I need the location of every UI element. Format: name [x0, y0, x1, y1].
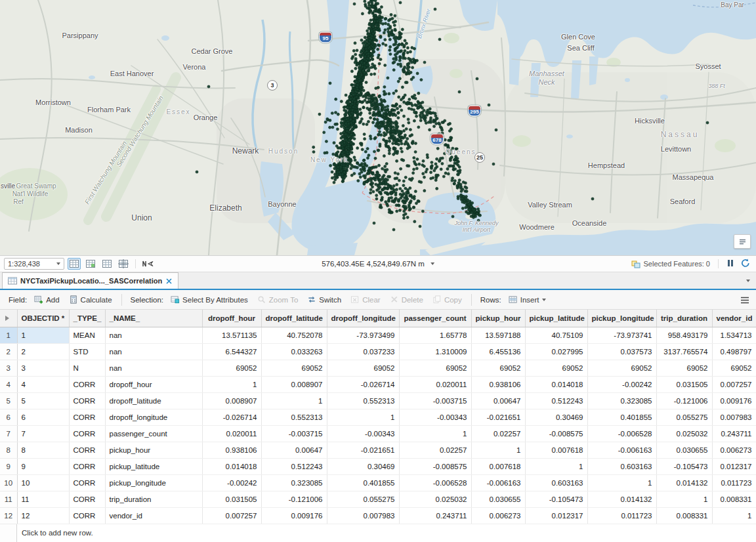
- table-cell[interactable]: 0.243711: [712, 425, 756, 442]
- table-cell[interactable]: 1: [399, 425, 471, 442]
- table-cell[interactable]: 69052: [202, 360, 261, 376]
- table-cell[interactable]: 0.603163: [525, 474, 587, 491]
- table-cell[interactable]: 0.027995: [525, 343, 587, 360]
- table-cell[interactable]: 0.938106: [471, 376, 525, 392]
- table-cell[interactable]: 0.025032: [656, 425, 712, 442]
- table-cell[interactable]: CORR: [69, 491, 105, 507]
- column-header[interactable]: _TYPE_: [69, 310, 105, 327]
- column-header[interactable]: pickup_latitude: [525, 310, 587, 327]
- table-cell[interactable]: 69052: [327, 360, 399, 376]
- table-cell[interactable]: CORR: [69, 376, 105, 392]
- table-cell[interactable]: 0.30469: [525, 409, 587, 425]
- row-selector[interactable]: 11: [0, 491, 17, 507]
- table-cell[interactable]: -0.105473: [525, 491, 587, 507]
- toolbar-button-calculate[interactable]: Calculate: [65, 293, 116, 306]
- row-selector[interactable]: 8: [0, 442, 17, 458]
- table-cell[interactable]: -73.973741: [587, 327, 656, 343]
- table-cell[interactable]: 0.603163: [587, 458, 656, 474]
- table-cell[interactable]: -0.026714: [327, 376, 399, 392]
- table-cell[interactable]: -0.121006: [656, 392, 712, 409]
- table-cell[interactable]: 958.493179: [656, 327, 712, 343]
- row-selector[interactable]: 4: [0, 376, 17, 392]
- table-cell[interactable]: -0.021651: [327, 442, 399, 458]
- table-cell[interactable]: 0.012317: [525, 507, 587, 524]
- table-cell[interactable]: 0.401855: [587, 409, 656, 425]
- table-cell[interactable]: 0.008907: [261, 376, 327, 392]
- column-header[interactable]: dropoff_latitude: [261, 310, 327, 327]
- table-cell[interactable]: 69052: [712, 360, 756, 376]
- table-cell[interactable]: 0.512243: [525, 392, 587, 409]
- table-cell[interactable]: -73.973499: [327, 327, 399, 343]
- table-cell[interactable]: -0.008575: [399, 458, 471, 474]
- table-cell[interactable]: -0.006528: [399, 474, 471, 491]
- table-cell[interactable]: 0.02257: [399, 442, 471, 458]
- grid-crosshair-tool-icon[interactable]: [117, 258, 130, 270]
- table-cell[interactable]: 0.009176: [261, 507, 327, 524]
- table-cell[interactable]: 6: [17, 409, 69, 425]
- pause-drawing-button[interactable]: [726, 259, 734, 268]
- refresh-button[interactable]: [740, 259, 751, 269]
- table-cell[interactable]: 8: [17, 442, 69, 458]
- table-cell[interactable]: 1.534713: [712, 327, 756, 343]
- row-selector[interactable]: 2: [0, 343, 17, 360]
- table-cell[interactable]: 0.030655: [471, 491, 525, 507]
- grid-tool-icon[interactable]: [100, 258, 114, 270]
- table-cell[interactable]: -0.003715: [261, 425, 327, 442]
- table-cell[interactable]: 0.033263: [261, 343, 327, 360]
- column-header[interactable]: dropoff_longitude: [327, 310, 399, 327]
- table-cell[interactable]: 40.75109: [525, 327, 587, 343]
- menu-button[interactable]: [740, 295, 749, 307]
- table-cell[interactable]: 1: [712, 507, 756, 524]
- column-header[interactable]: passenger_count: [399, 310, 471, 327]
- table-cell[interactable]: 7: [17, 425, 69, 442]
- row-selector[interactable]: 9: [0, 458, 17, 474]
- table-cell[interactable]: 0.007983: [712, 409, 756, 425]
- table-cell[interactable]: pickup_hour: [105, 442, 202, 458]
- select-all-corner[interactable]: [0, 310, 17, 327]
- column-header[interactable]: trip_duration: [656, 310, 712, 327]
- add-row-footer[interactable]: Click to add new row.: [0, 524, 756, 542]
- table-cell[interactable]: passenger_count: [105, 425, 202, 442]
- table-cell[interactable]: CORR: [69, 392, 105, 409]
- map-canvas[interactable]: [0, 0, 756, 255]
- table-cell[interactable]: 10: [17, 474, 69, 491]
- table-cell[interactable]: 0.030655: [656, 442, 712, 458]
- table-cell[interactable]: dropoff_hour: [105, 376, 202, 392]
- table-cell[interactable]: MEAN: [69, 327, 105, 343]
- table-cell[interactable]: 0.014132: [656, 474, 712, 491]
- table-cell[interactable]: 0.498797: [712, 343, 756, 360]
- table-cell[interactable]: 0.037233: [327, 343, 399, 360]
- table-cell[interactable]: 0.031505: [656, 376, 712, 392]
- table-cell[interactable]: 0.020011: [202, 425, 261, 442]
- table-cell[interactable]: pickup_latitude: [105, 458, 202, 474]
- row-selector[interactable]: 10: [0, 474, 17, 491]
- selected-features-indicator[interactable]: Selected Features: 0: [631, 260, 710, 268]
- tab-sascorrelation[interactable]: NYCTaxiPickupLocatio..._SASCorrelation: [2, 272, 178, 289]
- table-cell[interactable]: 2: [17, 343, 69, 360]
- table-cell[interactable]: 69052: [587, 360, 656, 376]
- table-cell[interactable]: 0.014018: [525, 376, 587, 392]
- table-cell[interactable]: 0.512243: [261, 458, 327, 474]
- table-cell[interactable]: -0.021651: [471, 409, 525, 425]
- table-cell[interactable]: 69052: [261, 360, 327, 376]
- north-arrow-icon[interactable]: [141, 258, 154, 270]
- table-cell[interactable]: -0.026714: [202, 409, 261, 425]
- table-cell[interactable]: 0.006273: [712, 442, 756, 458]
- table-cell[interactable]: 0.008331: [656, 507, 712, 524]
- table-cell[interactable]: CORR: [69, 474, 105, 491]
- table-cell[interactable]: 1: [202, 376, 261, 392]
- table-cell[interactable]: 0.552313: [261, 409, 327, 425]
- table-cell[interactable]: 0.007618: [471, 458, 525, 474]
- toolbar-button-add[interactable]: Add: [30, 293, 63, 306]
- table-cell[interactable]: -0.006163: [471, 474, 525, 491]
- row-selector[interactable]: 7: [0, 425, 17, 442]
- table-cell[interactable]: -0.006163: [587, 442, 656, 458]
- table-cell[interactable]: CORR: [69, 442, 105, 458]
- column-header[interactable]: dropoff_hour: [202, 310, 261, 327]
- table-cell[interactable]: 1: [587, 474, 656, 491]
- table-cell[interactable]: -0.00343: [399, 409, 471, 425]
- table-cell[interactable]: 0.007257: [712, 376, 756, 392]
- table-cell[interactable]: STD: [69, 343, 105, 360]
- table-cell[interactable]: 0.009176: [712, 392, 756, 409]
- table-cell[interactable]: 6.455136: [471, 343, 525, 360]
